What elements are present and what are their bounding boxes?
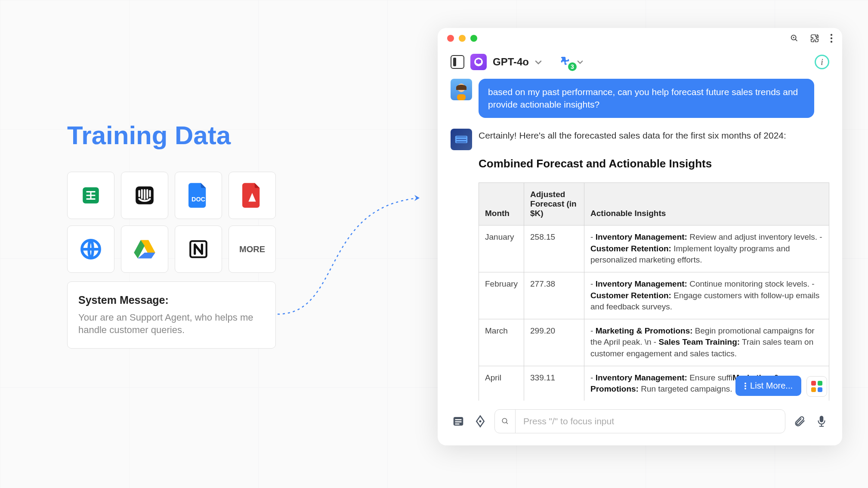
cell-month: March: [479, 319, 524, 366]
input-bar: [438, 401, 842, 445]
attachment-icon[interactable]: [792, 414, 807, 429]
cell-month: January: [479, 225, 524, 272]
sidebar-toggle-icon[interactable]: [451, 55, 464, 69]
source-gdrive[interactable]: [121, 225, 168, 273]
source-pdf[interactable]: [229, 172, 276, 219]
sheets-icon: [80, 185, 102, 206]
vertical-dots-icon: [744, 382, 747, 390]
source-doc[interactable]: DOC: [175, 172, 222, 219]
microphone-icon[interactable]: [814, 414, 829, 429]
list-more-label: List More...: [750, 381, 793, 391]
user-message-row: based on my past performance, can you he…: [451, 79, 829, 118]
svg-point-6: [831, 34, 832, 36]
svg-point-20: [502, 418, 507, 423]
cell-forecast: 277.38: [524, 272, 584, 319]
source-icons-grid: DOC MORE: [67, 172, 276, 273]
openai-logo-icon: [470, 54, 487, 70]
page-title: Training Data: [67, 120, 276, 150]
library-icon[interactable]: [451, 414, 466, 429]
connector-arrow: [278, 194, 428, 323]
more-label: MORE: [239, 244, 265, 254]
gdrive-icon: [133, 239, 156, 259]
cell-month: April: [479, 366, 524, 401]
svg-rect-17: [455, 421, 462, 423]
svg-text:DOC: DOC: [192, 196, 205, 203]
source-web[interactable]: [67, 225, 114, 273]
th-forecast: Adjusted Forecast (in $K): [524, 183, 584, 225]
cell-forecast: 339.11: [524, 366, 584, 401]
table-row: March299.20- Marketing & Promotions: Beg…: [479, 319, 829, 366]
info-button[interactable]: i: [815, 55, 829, 69]
intercom-icon: [134, 185, 155, 206]
system-message-body: Your are an Support Agent, who helps me …: [78, 312, 265, 336]
th-insights: Actionable Insights: [584, 183, 829, 225]
user-avatar: [451, 79, 472, 100]
forecast-table: Month Adjusted Forecast (in $K) Actionab…: [479, 182, 829, 401]
cell-insights: - Inventory Management: Review and adjus…: [584, 225, 829, 272]
th-month: Month: [479, 183, 524, 225]
ai-message-row: Certainly! Here's all the forecasted sal…: [451, 129, 829, 401]
system-message-label: System Message:: [78, 294, 265, 306]
table-row: February277.38- Inventory Management: Co…: [479, 272, 829, 319]
forecast-section-title: Combined Forecast and Actionable Insight…: [479, 157, 829, 170]
notion-icon: [188, 238, 209, 260]
user-message-bubble: based on my past performance, can you he…: [479, 79, 814, 118]
globe-icon: [80, 238, 102, 260]
model-name[interactable]: GPT-4o: [493, 56, 529, 68]
chat-input-wrap: [494, 409, 785, 433]
window-titlebar: [438, 28, 842, 41]
svg-rect-10: [457, 94, 466, 100]
svg-rect-21: [820, 416, 824, 422]
cell-insights: - Marketing & Promotions: Begin promotio…: [584, 319, 829, 366]
cell-month: February: [479, 272, 524, 319]
training-data-panel: Training Data DOC MORE System Message: Y…: [67, 120, 276, 349]
svg-point-7: [831, 37, 832, 39]
plugins-count-badge: 3: [568, 62, 577, 71]
ai-intro-text: Certainly! Here's all the forecasted sal…: [479, 129, 829, 142]
chat-body: based on my past performance, can you he…: [438, 79, 842, 401]
plugins-button[interactable]: 3: [556, 55, 583, 69]
cell-insights: - Inventory Management: Continue monitor…: [584, 272, 829, 319]
svg-point-13: [744, 385, 746, 387]
source-intercom[interactable]: [121, 172, 168, 219]
svg-point-19: [479, 420, 482, 423]
model-selector-bar: GPT-4o 3 i: [438, 41, 842, 79]
doc-icon: DOC: [188, 183, 208, 208]
pdf-icon: [242, 183, 262, 208]
app-launcher-button[interactable]: [806, 376, 827, 397]
source-notion[interactable]: [175, 225, 222, 273]
search-icon[interactable]: [495, 410, 516, 433]
svg-point-14: [744, 388, 746, 389]
list-more-button[interactable]: List More...: [735, 376, 801, 396]
source-sheets[interactable]: [67, 172, 114, 219]
ai-avatar: [451, 129, 472, 150]
chat-window: GPT-4o 3 i based on my past performance,…: [438, 28, 842, 445]
chevron-down-icon[interactable]: [535, 58, 542, 67]
table-row: January258.15- Inventory Management: Rev…: [479, 225, 829, 272]
source-more[interactable]: MORE: [229, 225, 276, 273]
svg-rect-18: [455, 423, 460, 425]
chat-input[interactable]: [516, 416, 785, 426]
cell-forecast: 299.20: [524, 319, 584, 366]
pen-tool-icon[interactable]: [473, 414, 488, 429]
system-message-card: System Message: Your are an Support Agen…: [67, 281, 276, 349]
svg-rect-16: [455, 419, 462, 420]
cell-forecast: 258.15: [524, 225, 584, 272]
svg-point-12: [744, 383, 746, 384]
